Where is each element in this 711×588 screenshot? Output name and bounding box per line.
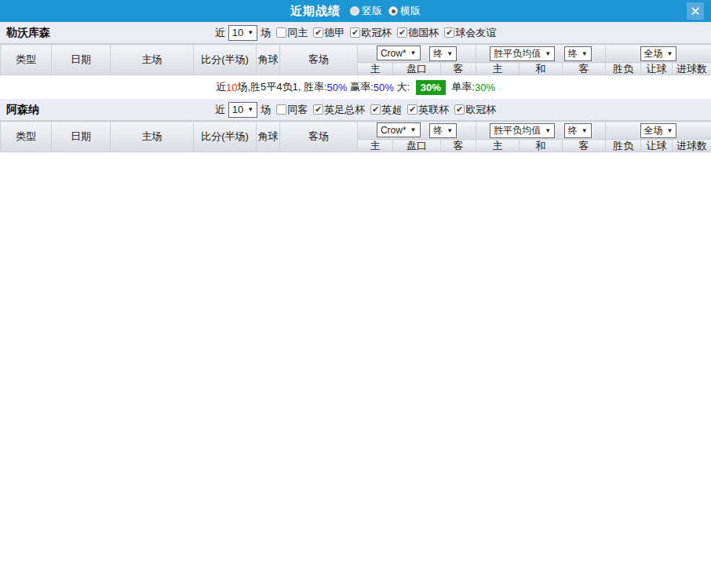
- col-odds-home: 主: [358, 140, 393, 152]
- league-filter-label: 英足总杯: [324, 103, 365, 117]
- col-corner: 角球: [257, 45, 280, 75]
- layout-radio-group: 竖版 横版: [344, 4, 421, 18]
- final-select[interactable]: 终▼: [564, 123, 592, 138]
- col-away: 客场: [280, 122, 358, 152]
- summary-segment: 大:: [394, 80, 413, 94]
- col-odds-home: 主: [358, 63, 393, 75]
- bookmaker-select[interactable]: Crow*▼: [377, 46, 421, 60]
- col-handicap: 盘口: [393, 140, 441, 152]
- chevron-down-icon: ▼: [447, 50, 453, 57]
- league-checkbox[interactable]: [313, 27, 323, 38]
- col-avg-away: 客: [563, 63, 606, 75]
- col-type: 类型: [1, 122, 52, 152]
- league-checkbox[interactable]: [350, 27, 360, 38]
- league-checkbox[interactable]: [397, 27, 407, 38]
- section-bar-leverkusen: 勒沃库森 近 10▼ 场 同主 德甲 欧冠杯 德国杯 球会友谊: [0, 22, 711, 44]
- handicap-group-header: Crow*▼ 终▼: [358, 45, 476, 63]
- league-filter-label: 英超: [381, 103, 402, 117]
- match-count-select[interactable]: 10▼: [228, 102, 257, 118]
- scope-select[interactable]: 全场▼: [640, 123, 677, 138]
- league-checkbox[interactable]: [454, 104, 465, 115]
- chevron-down-icon: ▼: [582, 127, 588, 134]
- bookmaker-select[interactable]: Crow*▼: [377, 122, 421, 137]
- league-checkbox[interactable]: [407, 104, 417, 115]
- col-odds-away: 客: [441, 63, 476, 75]
- league-filter-label: 德甲: [324, 26, 345, 40]
- col-avg-home: 主: [476, 63, 520, 75]
- same-venue-label: 同主: [287, 26, 308, 40]
- col-date: 日期: [52, 45, 111, 75]
- matches-table-arsenal: 类型 日期 主场 比分(半场) 角球 客场 Crow*▼ 终▼ 胜平负均值▼ 终…: [0, 121, 711, 152]
- summary-segment: 单率:: [449, 80, 475, 94]
- col-goals: 进球数: [673, 63, 711, 75]
- col-handicap: 盘口: [393, 63, 441, 75]
- radio-horizontal-label[interactable]: 横版: [400, 4, 421, 18]
- panel-title: 近期战绩: [290, 4, 341, 19]
- summary-segment: 10: [226, 82, 237, 93]
- final-select[interactable]: 终▼: [564, 46, 592, 61]
- result-group-header: 全场▼: [606, 45, 711, 63]
- same-venue-checkbox[interactable]: [276, 104, 286, 115]
- summary-segment: 场,胜5平4负1, 胜率:: [237, 80, 326, 94]
- league-filter-label: 欧冠杯: [465, 103, 496, 117]
- matches-table-leverkusen: 类型 日期 主场 比分(半场) 角球 客场 Crow*▼ 终▼ 胜平负均值▼ 终…: [0, 44, 711, 75]
- avg-select[interactable]: 胜平负均值▼: [490, 123, 555, 138]
- col-corner: 角球: [257, 122, 280, 152]
- league-checkbox[interactable]: [370, 104, 381, 115]
- col-avg-home: 主: [476, 140, 520, 152]
- games-label: 场: [261, 26, 271, 40]
- radio-vertical-icon[interactable]: [350, 6, 359, 16]
- col-score: 比分(半场): [194, 122, 257, 152]
- chevron-down-icon: ▼: [410, 126, 417, 133]
- match-count-select[interactable]: 10▼: [228, 25, 257, 41]
- col-score: 比分(半场): [194, 45, 257, 75]
- radio-vertical-label[interactable]: 竖版: [362, 4, 382, 18]
- chevron-down-icon: ▼: [410, 49, 417, 57]
- col-handicap-result: 让球: [641, 63, 673, 75]
- col-handicap-result: 让球: [641, 140, 673, 152]
- col-outcome: 胜负: [606, 140, 641, 152]
- near-label: 近: [215, 26, 225, 40]
- col-avg-draw: 和: [520, 63, 563, 75]
- col-date: 日期: [52, 122, 111, 152]
- near-label: 近: [215, 103, 225, 117]
- col-odds-away: 客: [441, 140, 476, 152]
- chevron-down-icon: ▼: [247, 29, 253, 36]
- league-filter-label: 欧冠杯: [361, 26, 392, 40]
- section-bar-arsenal: 阿森纳 近 10▼ 场 同客 英足总杯 英超 英联杯 欧冠杯: [0, 99, 711, 121]
- summary-segment: 50%: [374, 82, 394, 93]
- scope-select[interactable]: 全场▼: [640, 46, 677, 61]
- close-icon[interactable]: ✕: [687, 2, 704, 20]
- summary-bar: 近10场,胜5平4负1, 胜率:50% 赢率:50% 大: 30% 单率:30%: [0, 75, 711, 99]
- filters: 近 10▼ 场 同客 英足总杯 英超 英联杯 欧冠杯: [215, 102, 496, 118]
- summary-segment: 赢率:: [348, 80, 374, 94]
- games-label: 场: [261, 103, 271, 117]
- chevron-down-icon: ▼: [545, 127, 551, 134]
- chevron-down-icon: ▼: [667, 50, 673, 57]
- team-name: 勒沃库森: [6, 26, 50, 40]
- league-filter-label: 英联杯: [418, 103, 449, 117]
- final-select[interactable]: 终▼: [429, 46, 457, 61]
- avg-group-header: 胜平负均值▼ 终▼: [476, 45, 606, 63]
- filters: 近 10▼ 场 同主 德甲 欧冠杯 德国杯 球会友谊: [215, 25, 496, 41]
- col-goals: 进球数: [673, 140, 711, 152]
- summary-segment: 近: [216, 80, 226, 94]
- chevron-down-icon: ▼: [667, 127, 673, 134]
- avg-select[interactable]: 胜平负均值▼: [490, 46, 555, 61]
- col-home: 主场: [111, 45, 194, 75]
- col-away: 客场: [280, 45, 358, 75]
- league-checkbox[interactable]: [444, 27, 454, 38]
- radio-horizontal-icon[interactable]: [388, 6, 398, 16]
- col-home: 主场: [111, 122, 194, 152]
- summary-segment: 30%: [416, 80, 446, 95]
- chevron-down-icon: ▼: [545, 50, 551, 57]
- final-select[interactable]: 终▼: [429, 123, 457, 138]
- league-filter-label: 球会友谊: [455, 26, 496, 40]
- recent-results-panel: 近期战绩 竖版 横版 ✕ 勒沃库森 近 10▼ 场 同主 德甲 欧冠杯 德国杯 …: [0, 0, 711, 588]
- league-checkbox[interactable]: [313, 104, 323, 115]
- chevron-down-icon: ▼: [447, 127, 453, 134]
- col-outcome: 胜负: [606, 63, 641, 75]
- summary-segment: 50%: [327, 82, 348, 93]
- col-avg-away: 客: [563, 140, 606, 152]
- same-venue-checkbox[interactable]: [276, 27, 286, 38]
